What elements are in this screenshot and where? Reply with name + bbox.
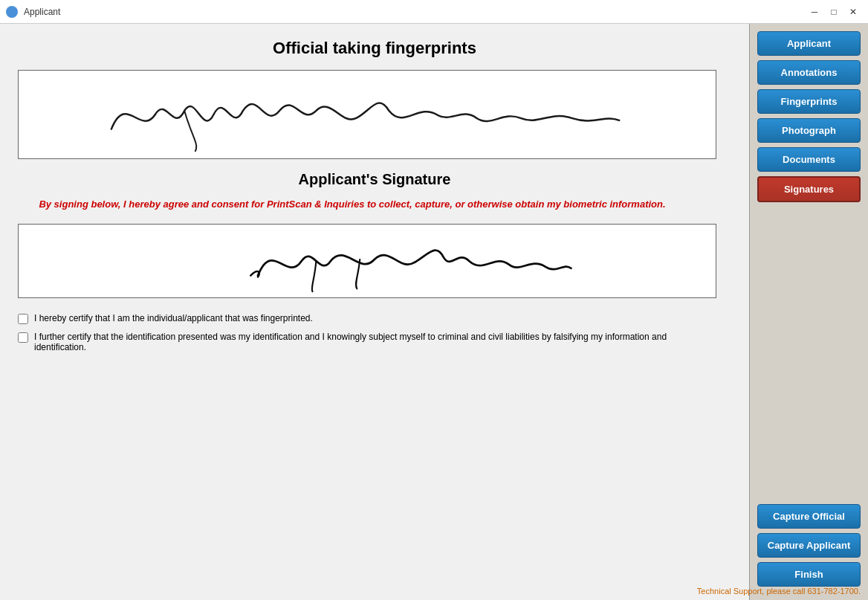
checkbox-2-label: I further certify that the identificatio… bbox=[34, 332, 702, 352]
sidebar-actions: Capture Official Capture Applicant Finis… bbox=[757, 504, 861, 593]
main-container: Official taking fingerprints Applicant's… bbox=[0, 24, 868, 600]
applicant-signature-box bbox=[18, 224, 716, 298]
page-title: Official taking fingerprints bbox=[18, 39, 731, 58]
official-signature-svg bbox=[19, 71, 716, 158]
checkbox-certify-individual[interactable] bbox=[18, 314, 28, 324]
capture-applicant-button[interactable]: Capture Applicant bbox=[757, 533, 861, 558]
nav-btn-applicant[interactable]: Applicant bbox=[757, 31, 861, 56]
section-title: Applicant's Signature bbox=[18, 171, 731, 188]
nav-btn-fingerprints[interactable]: Fingerprints bbox=[757, 89, 861, 114]
content-area: Official taking fingerprints Applicant's… bbox=[0, 24, 749, 600]
checkbox-1-label: I hereby certify that I am the individua… bbox=[34, 313, 313, 323]
sidebar-nav: Applicant Annotations Fingerprints Photo… bbox=[757, 31, 861, 504]
title-bar-title: Applicant bbox=[24, 7, 806, 17]
close-button[interactable]: ✕ bbox=[844, 3, 862, 21]
nav-btn-annotations[interactable]: Annotations bbox=[757, 60, 861, 85]
consent-text: By signing below, I hereby agree and con… bbox=[18, 197, 687, 212]
title-bar: Applicant ─ □ ✕ bbox=[0, 0, 868, 24]
app-icon bbox=[6, 6, 18, 18]
nav-btn-photograph[interactable]: Photograph bbox=[757, 118, 861, 143]
checkbox-row-2: I further certify that the identificatio… bbox=[18, 332, 702, 352]
nav-btn-documents[interactable]: Documents bbox=[757, 147, 861, 172]
applicant-signature-svg bbox=[19, 225, 716, 297]
minimize-button[interactable]: ─ bbox=[806, 3, 823, 21]
checkbox-row-1: I hereby certify that I am the individua… bbox=[18, 313, 702, 324]
maximize-button[interactable]: □ bbox=[825, 3, 843, 21]
window-controls: ─ □ ✕ bbox=[806, 3, 862, 21]
support-text: Technical Support, please call 631-782-1… bbox=[697, 587, 861, 596]
checkbox-certify-identification[interactable] bbox=[18, 332, 28, 343]
nav-btn-signatures[interactable]: Signatures bbox=[757, 176, 861, 202]
finish-button[interactable]: Finish bbox=[757, 562, 861, 587]
capture-official-button[interactable]: Capture Official bbox=[757, 504, 861, 529]
sidebar: Applicant Annotations Fingerprints Photo… bbox=[749, 24, 868, 600]
official-signature-box bbox=[18, 70, 716, 159]
